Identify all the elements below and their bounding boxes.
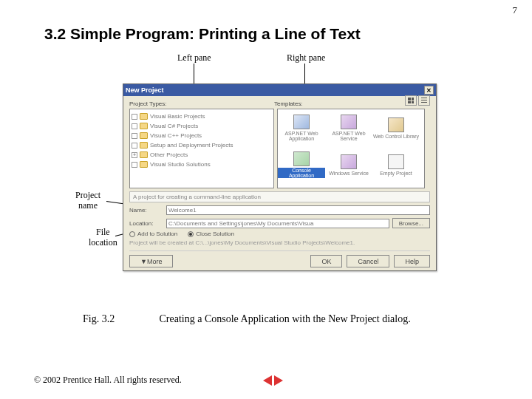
tree-item[interactable]: Visual Studio Solutions xyxy=(132,160,272,169)
tree-item[interactable]: Visual C++ Projects xyxy=(132,131,272,140)
cancel-button[interactable]: Cancel xyxy=(347,255,389,267)
folder-icon xyxy=(140,113,148,120)
template-description: A project for creating a command-line ap… xyxy=(129,191,430,202)
expand-icon[interactable] xyxy=(132,123,137,129)
template-icon xyxy=(293,151,310,166)
ok-button[interactable]: OK xyxy=(310,255,342,267)
annotation-right-pane: Right pane xyxy=(287,53,325,64)
template-item[interactable]: ASP.NET Web Application xyxy=(278,109,325,146)
project-name-input[interactable] xyxy=(166,205,430,215)
radio-close-solution[interactable]: Close Solution xyxy=(188,231,234,237)
annotation-left-pane: Left pane xyxy=(177,53,211,64)
tree-item[interactable]: +Other Projects xyxy=(132,150,272,160)
annotation-file-location: File location xyxy=(89,228,117,248)
template-item[interactable]: Web Control Library xyxy=(372,109,420,146)
large-icons-button[interactable] xyxy=(405,95,417,106)
location-input[interactable] xyxy=(166,219,389,228)
browse-button[interactable]: Browse... xyxy=(392,218,430,228)
small-icons-button[interactable] xyxy=(418,95,430,106)
more-button[interactable]: ▼More xyxy=(129,255,173,267)
folder-icon xyxy=(140,132,148,139)
tree-item[interactable]: Setup and Deployment Projects xyxy=(132,140,272,150)
tree-item[interactable]: Visual Basic Projects xyxy=(132,112,272,121)
folder-icon xyxy=(140,123,148,129)
template-icon xyxy=(388,154,404,169)
location-hint: Project will be created at C:\...\jones\… xyxy=(129,239,430,246)
project-types-label: Project Types: xyxy=(129,100,274,107)
template-icon xyxy=(293,115,310,129)
template-icon xyxy=(388,117,404,132)
help-button[interactable]: Help xyxy=(394,255,430,267)
template-item[interactable]: Console Application xyxy=(278,146,325,183)
template-item[interactable]: Windows Service xyxy=(325,146,372,183)
folder-icon xyxy=(140,151,148,158)
next-icon[interactable] xyxy=(274,375,283,386)
annotation-project-name: Project name xyxy=(75,191,100,211)
section-heading: 3.2 Simple Program: Printing a Line of T… xyxy=(44,25,361,43)
expand-icon[interactable] xyxy=(132,162,137,168)
template-icon xyxy=(341,115,357,129)
expand-icon[interactable] xyxy=(132,143,137,149)
name-label: Name: xyxy=(129,207,163,214)
figure-number: Fig. 3.2 xyxy=(83,313,157,325)
templates-grid[interactable]: ASP.NET Web ApplicationASP.NET Web Servi… xyxy=(277,109,425,188)
figure-text: Creating a Console Application with the … xyxy=(160,313,411,324)
tree-item[interactable]: Visual C# Projects xyxy=(132,121,272,131)
folder-icon xyxy=(140,142,148,149)
dialog-title: New Project xyxy=(126,86,164,94)
prev-icon[interactable] xyxy=(263,375,272,386)
folder-icon xyxy=(140,161,148,168)
dialog-titlebar[interactable]: New Project ✕ xyxy=(123,84,436,96)
close-icon[interactable]: ✕ xyxy=(424,86,434,95)
location-label: Location: xyxy=(129,220,163,227)
template-item[interactable]: Empty Project xyxy=(372,146,420,183)
new-project-dialog: New Project ✕ Project Types: Templates: … xyxy=(123,83,437,271)
copyright: © 2002 Prentice Hall. All rights reserve… xyxy=(34,375,182,386)
templates-label: Templates: xyxy=(274,100,303,107)
project-types-tree[interactable]: Visual Basic ProjectsVisual C# ProjectsV… xyxy=(129,109,274,188)
expand-icon[interactable] xyxy=(132,114,137,120)
expand-icon[interactable]: + xyxy=(132,152,137,158)
radio-add-to-solution[interactable]: Add to Solution xyxy=(129,231,177,237)
page-number: 7 xyxy=(513,4,518,16)
template-icon xyxy=(341,154,357,169)
figure-caption: Fig. 3.2 Creating a Console Application … xyxy=(83,313,411,325)
expand-icon[interactable] xyxy=(132,133,137,139)
template-item[interactable]: ASP.NET Web Service xyxy=(325,109,372,146)
